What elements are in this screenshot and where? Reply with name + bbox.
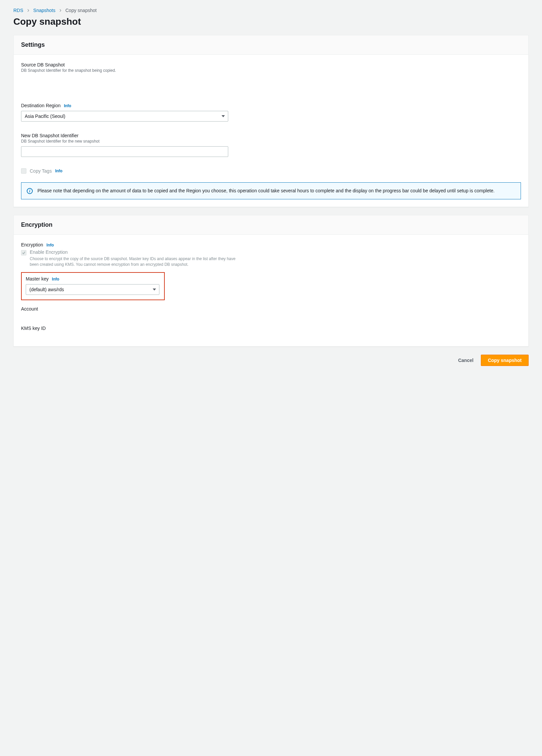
encryption-section-label: Encryption bbox=[21, 242, 43, 247]
encryption-section-info-link[interactable]: Info bbox=[46, 243, 54, 247]
encryption-header: Encryption bbox=[14, 215, 528, 235]
breadcrumb: RDS › Snapshots › Copy snapshot bbox=[13, 7, 529, 14]
info-alert-text: Please note that depending on the amount… bbox=[37, 187, 495, 194]
encryption-panel: Encryption Encryption Info Enable Encryp… bbox=[13, 215, 529, 347]
copy-tags-row: Copy Tags Info bbox=[21, 168, 521, 174]
enable-encryption-sublabel: Choose to encrypt the copy of the source… bbox=[30, 256, 244, 267]
source-snapshot-sublabel: DB Snapshot Identifier for the snapshot … bbox=[21, 68, 521, 73]
copy-snapshot-button[interactable]: Copy snapshot bbox=[481, 355, 529, 366]
account-label: Account bbox=[21, 306, 38, 312]
info-icon: i bbox=[27, 188, 33, 194]
info-alert: i Please note that depending on the amou… bbox=[21, 182, 521, 199]
caret-down-icon bbox=[153, 289, 156, 291]
source-snapshot-field: Source DB Snapshot DB Snapshot Identifie… bbox=[21, 62, 521, 73]
destination-region-select[interactable]: Asia Pacific (Seoul) bbox=[21, 111, 228, 122]
settings-header: Settings bbox=[14, 35, 528, 55]
copy-tags-checkbox[interactable] bbox=[21, 168, 26, 174]
enable-encryption-row: Enable Encryption Choose to encrypt the … bbox=[21, 249, 521, 267]
destination-region-info-link[interactable]: Info bbox=[64, 104, 71, 108]
new-identifier-input[interactable] bbox=[21, 146, 228, 157]
destination-region-label: Destination Region bbox=[21, 103, 60, 108]
source-snapshot-label: Source DB Snapshot bbox=[21, 62, 65, 67]
destination-region-value: Asia Pacific (Seoul) bbox=[25, 114, 65, 119]
master-key-label: Master key bbox=[26, 276, 48, 281]
new-identifier-sublabel: DB Snapshot Identifier for the new snaps… bbox=[21, 139, 521, 144]
kms-key-field: KMS key ID bbox=[21, 326, 521, 331]
enable-encryption-checkbox bbox=[21, 250, 26, 255]
master-key-value: (default) aws/rds bbox=[29, 287, 64, 292]
account-field: Account bbox=[21, 306, 521, 312]
new-identifier-label: New DB Snapshot Identifier bbox=[21, 133, 79, 138]
copy-tags-info-link[interactable]: Info bbox=[55, 169, 62, 173]
settings-panel: Settings Source DB Snapshot DB Snapshot … bbox=[13, 35, 529, 207]
breadcrumb-snapshots[interactable]: Snapshots bbox=[33, 8, 55, 13]
settings-heading: Settings bbox=[21, 41, 521, 48]
master-key-select[interactable]: (default) aws/rds bbox=[26, 284, 159, 295]
action-row: Cancel Copy snapshot bbox=[13, 355, 529, 366]
chevron-right-icon: › bbox=[27, 7, 29, 14]
encryption-heading: Encryption bbox=[21, 221, 521, 228]
destination-region-field: Destination Region Info Asia Pacific (Se… bbox=[21, 103, 521, 122]
master-key-info-link[interactable]: Info bbox=[52, 277, 59, 281]
kms-key-label: KMS key ID bbox=[21, 326, 46, 331]
master-key-highlight: Master key Info (default) aws/rds bbox=[21, 272, 165, 300]
cancel-button[interactable]: Cancel bbox=[457, 355, 475, 366]
caret-down-icon bbox=[222, 115, 225, 117]
new-identifier-field: New DB Snapshot Identifier DB Snapshot I… bbox=[21, 133, 521, 157]
enable-encryption-label: Enable Encryption bbox=[30, 249, 244, 255]
breadcrumb-rds[interactable]: RDS bbox=[13, 8, 23, 13]
breadcrumb-current: Copy snapshot bbox=[65, 8, 97, 13]
copy-tags-label: Copy Tags bbox=[30, 168, 52, 174]
page-title: Copy snapshot bbox=[13, 16, 529, 27]
chevron-right-icon: › bbox=[59, 7, 61, 14]
